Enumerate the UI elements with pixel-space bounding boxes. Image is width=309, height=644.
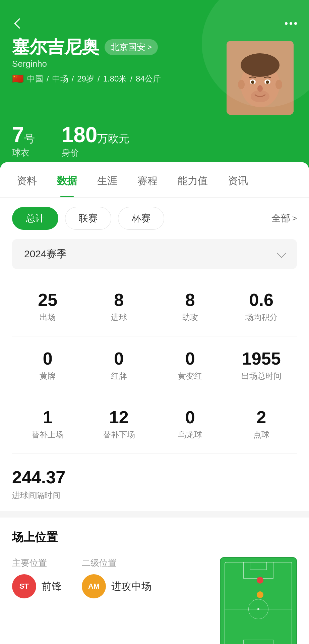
secondary-position-badge: AM — [82, 574, 106, 598]
height: 1.80米 — [103, 73, 127, 84]
stat-assists-label: 助攻 — [182, 313, 198, 322]
flag-icon: 🇨🇳 — [12, 73, 24, 84]
hero-section: 塞尔吉尼奥 北京国安 > Serginho 🇨🇳 中国 / 中场 / 29岁 /… — [0, 0, 309, 169]
stat-yellow-red: 0 黄变红 — [154, 340, 226, 391]
filter-all-button[interactable]: 全部 > — [271, 212, 297, 225]
market-value-unit: 万欧元 — [97, 132, 129, 145]
svg-point-10 — [266, 80, 269, 84]
nationality: 中国 — [27, 73, 43, 84]
stat-total-time-value: 1955 — [229, 350, 294, 367]
stat-avg-score-value: 0.6 — [229, 291, 294, 309]
stat-red-cards: 0 红牌 — [83, 340, 155, 391]
market-value-value: 180万欧元 — [62, 124, 130, 146]
stat-yellow-red-value: 0 — [158, 350, 223, 367]
team-name: 北京国安 — [111, 41, 145, 53]
stats-grid-row2: 0 黄牌 0 红牌 0 黄变红 1955 出场总时间 — [12, 340, 297, 391]
filter-row: 总计 联赛 杯赛 全部 > — [12, 198, 297, 239]
secondary-position-item: AM 进攻中场 — [82, 574, 151, 598]
hero-left: 塞尔吉尼奥 北京国安 > Serginho 🇨🇳 中国 / 中场 / 29岁 /… — [12, 38, 227, 84]
content-area: 总计 联赛 杯赛 全部 > 2024赛季 25 出场 8 进球 8 助攻 0.6… — [0, 198, 309, 511]
jersey-label: 球衣 — [12, 147, 35, 159]
more-button[interactable] — [285, 22, 297, 25]
stat-sub-out-value: 12 — [87, 409, 151, 426]
separator3: / — [98, 74, 100, 84]
svg-point-12 — [251, 90, 269, 102]
divider1 — [12, 336, 297, 336]
team-badge[interactable]: 北京国安 > — [105, 39, 158, 55]
secondary-position-dot — [257, 591, 263, 598]
market-value-label: 身价 — [62, 147, 130, 159]
stat-sub-in-label: 替补上场 — [32, 430, 64, 439]
back-button[interactable] — [12, 16, 27, 31]
secondary-position-type-label: 二级位置 — [82, 557, 151, 569]
position-content: 主要位置 ST 前锋 二级位置 AM 进攻中场 — [12, 557, 297, 644]
stat-sub-out: 12 替补下场 — [83, 398, 155, 450]
weight: 84公斤 — [136, 73, 161, 84]
position: 中场 — [52, 73, 68, 84]
jersey-unit: 号 — [24, 132, 35, 145]
position-section: 场上位置 主要位置 ST 前锋 二级位置 AM — [0, 518, 309, 644]
filter-total[interactable]: 总计 — [12, 207, 58, 230]
stat-red-cards-label: 红牌 — [111, 371, 127, 380]
player-avatar — [227, 41, 294, 115]
season-selector[interactable]: 2024赛季 — [12, 239, 297, 269]
pitch-top-goal-box — [250, 562, 267, 570]
name-row: 塞尔吉尼奥 北京国安 > — [12, 38, 227, 57]
tab-info[interactable]: 资料 — [7, 162, 47, 197]
football-pitch — [220, 557, 297, 644]
stats-grid-row1: 25 出场 8 进球 8 助攻 0.6 场均积分 — [12, 281, 297, 333]
pitch-center-dot — [257, 608, 259, 610]
stat-total-time: 1955 出场总时间 — [226, 340, 297, 391]
secondary-position-block: 二级位置 AM 进攻中场 — [82, 557, 151, 598]
stat-sub-in-value: 1 — [15, 409, 80, 426]
tabs-row: 资料 数据 生涯 赛程 能力值 资讯 — [0, 162, 309, 198]
jersey-stat: 7号 球衣 — [12, 124, 35, 159]
tab-schedule[interactable]: 赛程 — [127, 162, 168, 197]
primary-position-item: ST 前锋 — [12, 574, 62, 598]
stat-goals: 8 进球 — [83, 281, 155, 333]
filter-all-label: 全部 — [271, 212, 290, 225]
stat-goal-interval-value: 244.37 — [12, 467, 297, 487]
filter-all-chevron: > — [292, 214, 297, 223]
stat-own-goals-value: 0 — [158, 409, 223, 426]
svg-point-4 — [241, 53, 280, 77]
season-chevron-icon — [277, 248, 286, 258]
secondary-position-name: 进攻中场 — [111, 580, 151, 593]
stat-avg-score: 0.6 场均积分 — [226, 281, 297, 333]
player-stats-row: 7号 球衣 180万欧元 身价 — [0, 124, 309, 159]
stat-penalties: 2 点球 — [226, 398, 297, 450]
player-name-en: Serginho — [12, 59, 227, 69]
tab-data[interactable]: 数据 — [47, 162, 87, 197]
stat-sub-in: 1 替补上场 — [12, 398, 83, 450]
divider3 — [12, 453, 297, 454]
stat-assists-value: 8 — [158, 291, 223, 309]
stat-yellow-cards-value: 0 — [15, 350, 80, 367]
dot3 — [294, 22, 297, 25]
stat-appearances-label: 出场 — [40, 313, 56, 322]
filter-league[interactable]: 联赛 — [65, 207, 111, 230]
stat-penalties-value: 2 — [229, 409, 294, 426]
tab-ability[interactable]: 能力值 — [168, 162, 218, 197]
stat-penalties-label: 点球 — [253, 430, 269, 439]
stat-goals-label: 进球 — [111, 313, 127, 322]
team-chevron: > — [147, 43, 152, 52]
dot1 — [285, 22, 288, 25]
stat-total-time-label: 出场总时间 — [241, 371, 282, 380]
divider2 — [12, 395, 297, 395]
tab-career[interactable]: 生涯 — [87, 162, 127, 197]
svg-point-6 — [275, 80, 282, 89]
filter-cup[interactable]: 杯赛 — [118, 207, 164, 230]
stat-own-goals-label: 乌龙球 — [178, 430, 202, 439]
stat-yellow-cards: 0 黄牌 — [12, 340, 83, 391]
separator1: / — [47, 74, 49, 84]
jersey-value: 7号 — [12, 124, 35, 146]
stats-grid-row3: 1 替补上场 12 替补下场 0 乌龙球 2 点球 — [12, 398, 297, 450]
position-section-title: 场上位置 — [12, 530, 297, 545]
top-bar — [0, 0, 309, 38]
stat-assists: 8 助攻 — [154, 281, 226, 333]
back-arrow-icon — [14, 18, 24, 29]
stat-appearances: 25 出场 — [12, 281, 83, 333]
player-name-zh: 塞尔吉尼奥 — [12, 38, 99, 57]
tab-news[interactable]: 资讯 — [218, 162, 258, 197]
stat-appearances-value: 25 — [15, 291, 80, 309]
